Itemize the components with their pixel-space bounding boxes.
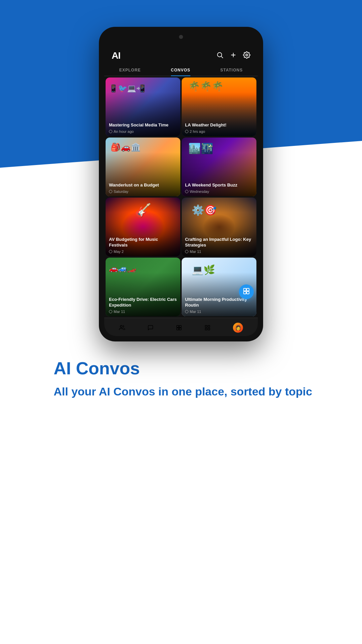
nav-ai[interactable] — [176, 325, 182, 331]
avatar: 👩 — [233, 323, 243, 333]
svg-rect-6 — [247, 288, 249, 290]
card-cars-title: Eco-Friendly Drive: Electric Cars Expedi… — [109, 297, 177, 308]
svg-line-1 — [221, 56, 223, 58]
card-la-title: LA Weather Delight! — [185, 122, 253, 128]
camera-dot — [179, 35, 183, 39]
svg-rect-7 — [244, 291, 246, 293]
nav-people[interactable] — [119, 325, 125, 331]
card-sports[interactable]: LA Weekend Sports Buzz Wednesday — [182, 138, 256, 196]
card-cars-time: Mar 11 — [109, 310, 177, 314]
phone-notch — [104, 32, 258, 42]
card-la[interactable]: LA Weather Delight! 2 hrs ago — [182, 77, 256, 136]
tab-stations[interactable]: STATIONS — [220, 68, 243, 76]
tab-bar: EXPLORE CONVOS STATIONS — [104, 64, 258, 76]
card-music-time: May 2 — [109, 250, 177, 254]
clock-icon — [185, 130, 188, 133]
card-social-title: Mastering Social Media Time — [109, 122, 177, 128]
svg-point-0 — [218, 52, 222, 57]
app-logo: AI — [112, 50, 120, 61]
card-wander-time: Saturday — [109, 190, 177, 194]
app-header: AI — [104, 44, 258, 64]
card-music-title: AV Budgeting for Music Festivals — [109, 237, 177, 248]
clock-icon — [185, 310, 188, 313]
bottom-title: AI Convos — [54, 358, 312, 378]
svg-rect-10 — [177, 325, 179, 327]
tab-explore[interactable]: EXPLORE — [119, 68, 141, 76]
svg-rect-5 — [244, 288, 246, 290]
card-logo[interactable]: Crafting an Impactful Logo: Key Strategi… — [182, 198, 256, 256]
header-icons — [216, 51, 250, 60]
settings-icon[interactable] — [243, 51, 250, 60]
clock-icon — [109, 310, 112, 313]
card-morning-title: Ultimate Morning Productivity Routin — [185, 297, 253, 308]
nav-chat[interactable] — [147, 325, 154, 331]
bottom-subtitle: All your AI Convos in one place, sorted … — [54, 384, 312, 400]
svg-point-9 — [120, 325, 122, 327]
card-music[interactable]: AV Budgeting for Music Festivals May 2 — [106, 198, 180, 256]
card-wander-title: Wanderlust on a Budget — [109, 182, 177, 188]
card-sports-title: LA Weekend Sports Buzz — [185, 182, 253, 188]
svg-rect-13 — [179, 328, 181, 330]
search-icon[interactable] — [216, 51, 224, 60]
card-logo-title: Crafting an Impactful Logo: Key Strategi… — [185, 237, 253, 248]
svg-rect-12 — [177, 328, 179, 330]
card-la-time: 2 hrs ago — [185, 129, 253, 133]
fab-button[interactable] — [239, 284, 254, 299]
cards-grid: Mastering Social Media Time An hour ago … — [104, 76, 258, 318]
svg-rect-15 — [208, 325, 210, 327]
tab-convos[interactable]: CONVOS — [171, 68, 190, 76]
card-morning-time: Mar 11 — [185, 310, 253, 314]
nav-grid[interactable] — [204, 325, 210, 331]
bottom-nav: 👩 — [104, 318, 258, 336]
bottom-section: AI Convos All your AI Convos in one plac… — [27, 358, 339, 427]
add-icon[interactable] — [230, 51, 237, 60]
clock-icon — [109, 190, 112, 193]
nav-profile[interactable]: 👩 — [233, 323, 243, 333]
card-cars[interactable]: Eco-Friendly Drive: Electric Cars Expedi… — [106, 258, 180, 316]
clock-icon — [109, 250, 112, 253]
phone-screen: AI — [104, 44, 258, 336]
phone-frame: AI — [99, 27, 263, 341]
svg-rect-17 — [208, 328, 210, 330]
clock-icon — [185, 190, 188, 193]
card-logo-time: Mar 11 — [185, 250, 253, 254]
svg-rect-14 — [205, 325, 207, 327]
card-wander[interactable]: Wanderlust on a Budget Saturday — [106, 138, 180, 196]
svg-rect-11 — [179, 325, 181, 327]
clock-icon — [109, 130, 112, 133]
card-social[interactable]: Mastering Social Media Time An hour ago — [106, 77, 180, 136]
fab-ai-icon — [243, 287, 250, 297]
card-social-time: An hour ago — [109, 129, 177, 133]
svg-rect-8 — [247, 291, 249, 293]
svg-point-4 — [246, 54, 248, 56]
card-sports-time: Wednesday — [185, 190, 253, 194]
clock-icon — [185, 250, 188, 253]
svg-rect-16 — [205, 328, 207, 330]
